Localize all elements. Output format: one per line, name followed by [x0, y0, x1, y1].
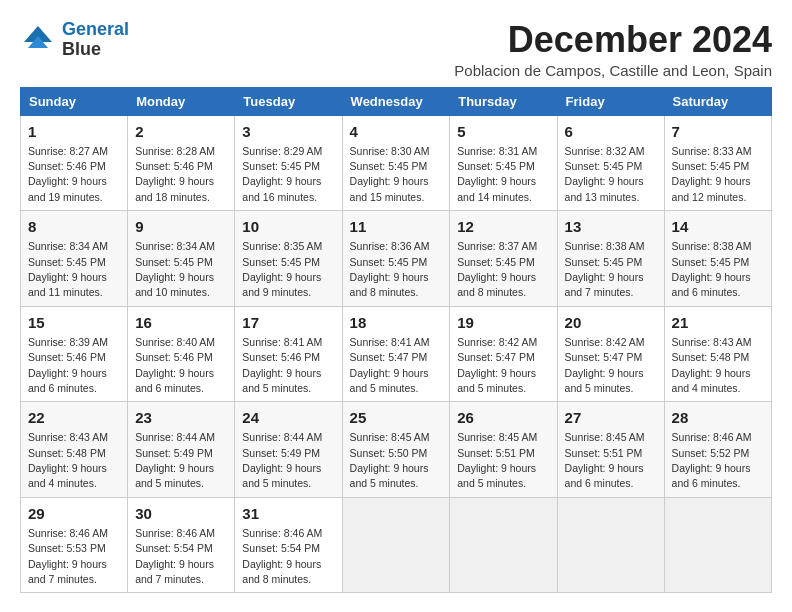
day-number: 12: [457, 216, 549, 237]
logo-text: General Blue: [62, 20, 129, 60]
week-row-4: 22 Sunrise: 8:43 AMSunset: 5:48 PMDaylig…: [21, 402, 772, 498]
day-detail: Sunrise: 8:37 AMSunset: 5:45 PMDaylight:…: [457, 240, 537, 298]
location-subtitle: Poblacion de Campos, Castille and Leon, …: [454, 62, 772, 79]
day-number: 1: [28, 121, 120, 142]
day-cell: 5 Sunrise: 8:31 AMSunset: 5:45 PMDayligh…: [450, 115, 557, 211]
day-number: 16: [135, 312, 227, 333]
day-number: 23: [135, 407, 227, 428]
day-number: 9: [135, 216, 227, 237]
day-detail: Sunrise: 8:46 AMSunset: 5:52 PMDaylight:…: [672, 431, 752, 489]
day-cell: 13 Sunrise: 8:38 AMSunset: 5:45 PMDaylig…: [557, 211, 664, 307]
day-number: 4: [350, 121, 443, 142]
day-number: 11: [350, 216, 443, 237]
day-number: 31: [242, 503, 334, 524]
day-cell: 19 Sunrise: 8:42 AMSunset: 5:47 PMDaylig…: [450, 306, 557, 402]
day-detail: Sunrise: 8:41 AMSunset: 5:47 PMDaylight:…: [350, 336, 430, 394]
day-number: 20: [565, 312, 657, 333]
week-row-1: 1 Sunrise: 8:27 AMSunset: 5:46 PMDayligh…: [21, 115, 772, 211]
column-header-friday: Friday: [557, 87, 664, 115]
day-cell: 1 Sunrise: 8:27 AMSunset: 5:46 PMDayligh…: [21, 115, 128, 211]
day-number: 7: [672, 121, 764, 142]
day-number: 15: [28, 312, 120, 333]
day-number: 14: [672, 216, 764, 237]
day-cell: 18 Sunrise: 8:41 AMSunset: 5:47 PMDaylig…: [342, 306, 450, 402]
day-cell: 20 Sunrise: 8:42 AMSunset: 5:47 PMDaylig…: [557, 306, 664, 402]
logo-icon: [20, 22, 56, 58]
day-detail: Sunrise: 8:34 AMSunset: 5:45 PMDaylight:…: [135, 240, 215, 298]
day-cell: 29 Sunrise: 8:46 AMSunset: 5:53 PMDaylig…: [21, 497, 128, 593]
day-detail: Sunrise: 8:30 AMSunset: 5:45 PMDaylight:…: [350, 145, 430, 203]
day-detail: Sunrise: 8:46 AMSunset: 5:54 PMDaylight:…: [135, 527, 215, 585]
column-header-wednesday: Wednesday: [342, 87, 450, 115]
day-detail: Sunrise: 8:46 AMSunset: 5:54 PMDaylight:…: [242, 527, 322, 585]
day-cell: 11 Sunrise: 8:36 AMSunset: 5:45 PMDaylig…: [342, 211, 450, 307]
day-number: 19: [457, 312, 549, 333]
day-cell: 24 Sunrise: 8:44 AMSunset: 5:49 PMDaylig…: [235, 402, 342, 498]
day-cell: 4 Sunrise: 8:30 AMSunset: 5:45 PMDayligh…: [342, 115, 450, 211]
week-row-3: 15 Sunrise: 8:39 AMSunset: 5:46 PMDaylig…: [21, 306, 772, 402]
day-cell: 6 Sunrise: 8:32 AMSunset: 5:45 PMDayligh…: [557, 115, 664, 211]
day-number: 10: [242, 216, 334, 237]
day-cell: 25 Sunrise: 8:45 AMSunset: 5:50 PMDaylig…: [342, 402, 450, 498]
week-row-5: 29 Sunrise: 8:46 AMSunset: 5:53 PMDaylig…: [21, 497, 772, 593]
day-cell: [664, 497, 771, 593]
day-number: 5: [457, 121, 549, 142]
day-cell: [450, 497, 557, 593]
day-detail: Sunrise: 8:38 AMSunset: 5:45 PMDaylight:…: [672, 240, 752, 298]
day-cell: 26 Sunrise: 8:45 AMSunset: 5:51 PMDaylig…: [450, 402, 557, 498]
day-detail: Sunrise: 8:44 AMSunset: 5:49 PMDaylight:…: [242, 431, 322, 489]
day-cell: [342, 497, 450, 593]
day-number: 26: [457, 407, 549, 428]
day-number: 24: [242, 407, 334, 428]
day-detail: Sunrise: 8:44 AMSunset: 5:49 PMDaylight:…: [135, 431, 215, 489]
day-detail: Sunrise: 8:43 AMSunset: 5:48 PMDaylight:…: [672, 336, 752, 394]
day-cell: 16 Sunrise: 8:40 AMSunset: 5:46 PMDaylig…: [128, 306, 235, 402]
day-number: 2: [135, 121, 227, 142]
day-number: 17: [242, 312, 334, 333]
day-detail: Sunrise: 8:36 AMSunset: 5:45 PMDaylight:…: [350, 240, 430, 298]
day-detail: Sunrise: 8:43 AMSunset: 5:48 PMDaylight:…: [28, 431, 108, 489]
day-cell: 2 Sunrise: 8:28 AMSunset: 5:46 PMDayligh…: [128, 115, 235, 211]
day-detail: Sunrise: 8:40 AMSunset: 5:46 PMDaylight:…: [135, 336, 215, 394]
day-detail: Sunrise: 8:38 AMSunset: 5:45 PMDaylight:…: [565, 240, 645, 298]
day-cell: 9 Sunrise: 8:34 AMSunset: 5:45 PMDayligh…: [128, 211, 235, 307]
day-detail: Sunrise: 8:28 AMSunset: 5:46 PMDaylight:…: [135, 145, 215, 203]
day-number: 8: [28, 216, 120, 237]
header: General Blue December 2024 Poblacion de …: [20, 20, 772, 79]
day-number: 3: [242, 121, 334, 142]
day-cell: 14 Sunrise: 8:38 AMSunset: 5:45 PMDaylig…: [664, 211, 771, 307]
day-cell: [557, 497, 664, 593]
day-number: 28: [672, 407, 764, 428]
day-detail: Sunrise: 8:46 AMSunset: 5:53 PMDaylight:…: [28, 527, 108, 585]
day-cell: 8 Sunrise: 8:34 AMSunset: 5:45 PMDayligh…: [21, 211, 128, 307]
day-number: 18: [350, 312, 443, 333]
day-detail: Sunrise: 8:35 AMSunset: 5:45 PMDaylight:…: [242, 240, 322, 298]
day-detail: Sunrise: 8:33 AMSunset: 5:45 PMDaylight:…: [672, 145, 752, 203]
day-cell: 23 Sunrise: 8:44 AMSunset: 5:49 PMDaylig…: [128, 402, 235, 498]
week-row-2: 8 Sunrise: 8:34 AMSunset: 5:45 PMDayligh…: [21, 211, 772, 307]
day-cell: 28 Sunrise: 8:46 AMSunset: 5:52 PMDaylig…: [664, 402, 771, 498]
day-cell: 7 Sunrise: 8:33 AMSunset: 5:45 PMDayligh…: [664, 115, 771, 211]
day-detail: Sunrise: 8:42 AMSunset: 5:47 PMDaylight:…: [565, 336, 645, 394]
day-number: 22: [28, 407, 120, 428]
day-number: 13: [565, 216, 657, 237]
logo: General Blue: [20, 20, 129, 60]
month-title: December 2024: [454, 20, 772, 60]
day-detail: Sunrise: 8:27 AMSunset: 5:46 PMDaylight:…: [28, 145, 108, 203]
day-detail: Sunrise: 8:41 AMSunset: 5:46 PMDaylight:…: [242, 336, 322, 394]
day-number: 21: [672, 312, 764, 333]
day-cell: 15 Sunrise: 8:39 AMSunset: 5:46 PMDaylig…: [21, 306, 128, 402]
calendar-table: SundayMondayTuesdayWednesdayThursdayFrid…: [20, 87, 772, 594]
day-cell: 31 Sunrise: 8:46 AMSunset: 5:54 PMDaylig…: [235, 497, 342, 593]
day-cell: 27 Sunrise: 8:45 AMSunset: 5:51 PMDaylig…: [557, 402, 664, 498]
header-row: SundayMondayTuesdayWednesdayThursdayFrid…: [21, 87, 772, 115]
day-detail: Sunrise: 8:29 AMSunset: 5:45 PMDaylight:…: [242, 145, 322, 203]
day-detail: Sunrise: 8:45 AMSunset: 5:51 PMDaylight:…: [565, 431, 645, 489]
day-detail: Sunrise: 8:34 AMSunset: 5:45 PMDaylight:…: [28, 240, 108, 298]
column-header-tuesday: Tuesday: [235, 87, 342, 115]
day-detail: Sunrise: 8:45 AMSunset: 5:51 PMDaylight:…: [457, 431, 537, 489]
day-cell: 17 Sunrise: 8:41 AMSunset: 5:46 PMDaylig…: [235, 306, 342, 402]
day-cell: 30 Sunrise: 8:46 AMSunset: 5:54 PMDaylig…: [128, 497, 235, 593]
day-number: 6: [565, 121, 657, 142]
day-detail: Sunrise: 8:32 AMSunset: 5:45 PMDaylight:…: [565, 145, 645, 203]
